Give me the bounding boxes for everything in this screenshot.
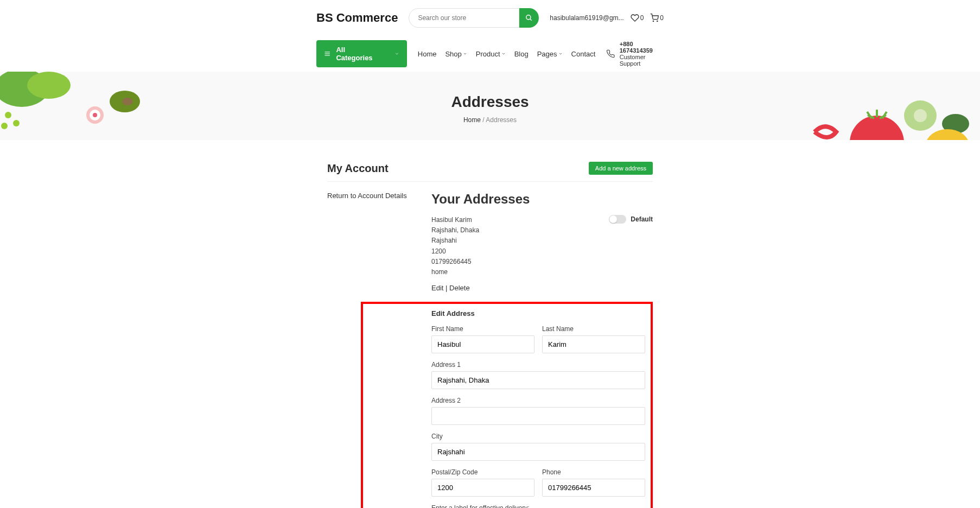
nav-links: Home Shop Product Blog Pages Contact bbox=[418, 50, 596, 58]
address-tag: home bbox=[431, 267, 479, 277]
svg-point-16 bbox=[93, 113, 97, 117]
banner: Addresses Home / Addresses bbox=[0, 72, 980, 140]
default-toggle[interactable] bbox=[609, 215, 626, 224]
address-line1: Rajshahi, Dhaka bbox=[431, 225, 479, 236]
phone-input[interactable] bbox=[542, 479, 645, 497]
support-label: Customer Support bbox=[620, 54, 664, 67]
last-name-input[interactable] bbox=[542, 335, 645, 353]
addresses-heading: Your Addresses bbox=[431, 192, 653, 207]
add-address-button[interactable]: Add a new address bbox=[589, 162, 653, 175]
categories-button[interactable]: All Categories bbox=[316, 40, 407, 67]
chevron-down-icon bbox=[394, 51, 399, 56]
address-phone: 01799266445 bbox=[431, 257, 479, 267]
postal-label: Postal/Zip Code bbox=[431, 468, 534, 476]
default-label: Default bbox=[631, 215, 653, 223]
chevron-down-icon bbox=[501, 52, 506, 56]
cart-icon bbox=[650, 14, 659, 22]
phone-icon bbox=[606, 49, 615, 59]
breadcrumb-current: Addresses bbox=[486, 116, 517, 124]
last-name-label: Last Name bbox=[542, 325, 645, 333]
categories-label: All Categories bbox=[336, 46, 378, 62]
cart-link[interactable]: 0 bbox=[650, 14, 664, 22]
svg-point-2 bbox=[653, 21, 654, 21]
nav-product[interactable]: Product bbox=[476, 50, 506, 58]
breadcrumb-home[interactable]: Home bbox=[463, 116, 481, 124]
svg-line-1 bbox=[530, 19, 532, 21]
menu-icon bbox=[324, 50, 330, 58]
return-link[interactable]: Return to Account Details bbox=[327, 192, 415, 200]
city-label: City bbox=[431, 433, 645, 440]
cart-count: 0 bbox=[660, 14, 664, 22]
chevron-down-icon bbox=[463, 52, 467, 56]
address-postal: 1200 bbox=[431, 246, 479, 257]
svg-point-3 bbox=[657, 21, 658, 21]
tag-label: Enter a label for effective delivery: bbox=[431, 504, 645, 508]
svg-point-8 bbox=[27, 72, 71, 99]
edit-form-title: Edit Address bbox=[431, 309, 645, 318]
svg-point-0 bbox=[526, 15, 531, 20]
user-email[interactable]: hasibulalam61919@gm... bbox=[550, 14, 623, 22]
svg-point-11 bbox=[1, 123, 8, 129]
search-wrap bbox=[409, 8, 539, 28]
svg-point-17 bbox=[850, 116, 904, 140]
address-actions: Edit | Delete bbox=[431, 284, 653, 292]
search-button[interactable] bbox=[519, 8, 539, 28]
delete-link[interactable]: Delete bbox=[449, 284, 470, 292]
address-name: Hasibul Karim bbox=[431, 215, 479, 225]
edit-form-highlight: Edit Address First Name Last Name Addr bbox=[361, 302, 653, 508]
postal-input[interactable] bbox=[431, 479, 534, 497]
nav-home[interactable]: Home bbox=[418, 50, 437, 58]
phone-label: Phone bbox=[542, 468, 645, 476]
account-title: My Account bbox=[327, 162, 389, 175]
address2-label: Address 2 bbox=[431, 397, 645, 404]
logo[interactable]: BS Commerce bbox=[316, 11, 398, 25]
wishlist-count: 0 bbox=[640, 14, 644, 22]
address-city: Rajshahi bbox=[431, 236, 479, 246]
edit-link[interactable]: Edit bbox=[431, 284, 443, 292]
address1-input[interactable] bbox=[431, 371, 645, 389]
default-toggle-wrap: Default bbox=[609, 215, 653, 224]
svg-point-19 bbox=[914, 109, 927, 122]
first-name-input[interactable] bbox=[431, 335, 534, 353]
nav-blog[interactable]: Blog bbox=[514, 50, 529, 58]
action-separator: | bbox=[446, 284, 449, 292]
search-input[interactable] bbox=[409, 8, 519, 28]
nav-contact[interactable]: Contact bbox=[571, 50, 596, 58]
search-icon bbox=[525, 14, 533, 22]
address2-input[interactable] bbox=[431, 407, 645, 425]
svg-point-10 bbox=[13, 120, 20, 126]
nav-pages[interactable]: Pages bbox=[537, 50, 563, 58]
chevron-down-icon bbox=[558, 52, 563, 56]
decorative-vegetables-left-icon bbox=[0, 72, 152, 131]
city-input[interactable] bbox=[431, 443, 645, 461]
header-right: hasibulalam61919@gm... 0 0 bbox=[550, 14, 664, 22]
decorative-vegetables-right-icon bbox=[796, 91, 980, 140]
heart-icon bbox=[631, 14, 639, 22]
address-block: Hasibul Karim Rajshahi, Dhaka Rajshahi 1… bbox=[431, 215, 479, 277]
svg-point-9 bbox=[5, 112, 11, 118]
nav-shop[interactable]: Shop bbox=[445, 50, 467, 58]
support-phone: +880 1674314359 bbox=[620, 41, 664, 54]
support-block: +880 1674314359 Customer Support bbox=[606, 41, 664, 67]
first-name-label: First Name bbox=[431, 325, 534, 333]
wishlist-link[interactable]: 0 bbox=[631, 14, 644, 22]
svg-point-13 bbox=[122, 98, 133, 105]
address1-label: Address 1 bbox=[431, 361, 645, 369]
